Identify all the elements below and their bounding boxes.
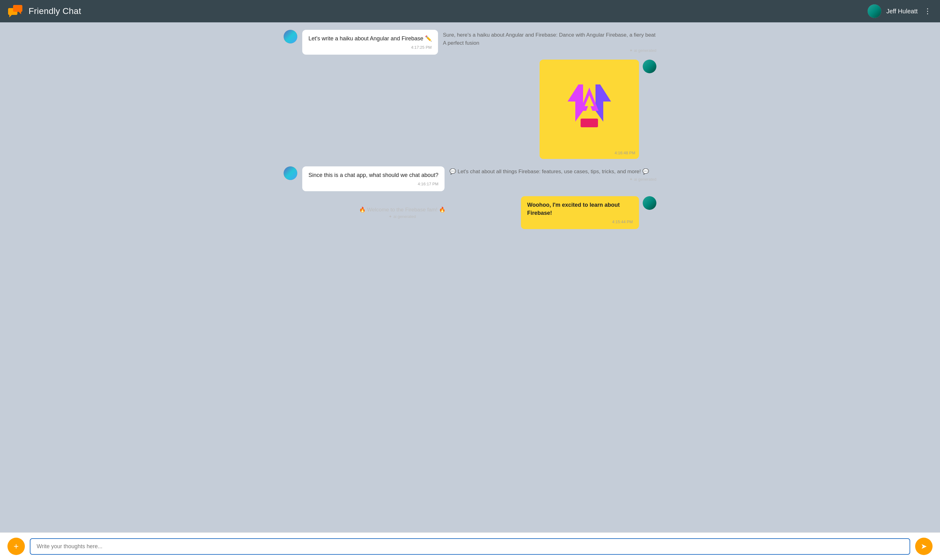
header-left: Friendly Chat <box>8 5 81 18</box>
ai-star-icon-1: ✦ <box>629 48 633 53</box>
add-attachment-button[interactable]: + <box>8 538 25 555</box>
ai-response-1: Sure, here's a haiku about Angular and F… <box>443 30 656 53</box>
message-group-3: Since this is a chat app, what should we… <box>284 166 656 191</box>
welcome-text: 🔥 Welcome to the Firebase fam! 🔥 ✦ ai ge… <box>359 206 445 219</box>
message-content-1: Let's write a haiku about Angular and Fi… <box>302 30 656 55</box>
ai-star-icon-3: ✦ <box>629 177 633 182</box>
bubble-time-1: 4:17:25 PM <box>308 45 432 50</box>
message-group-1: Let's write a haiku about Angular and Fi… <box>284 30 656 55</box>
svg-rect-2 <box>13 5 22 12</box>
svg-marker-1 <box>9 15 12 17</box>
svg-marker-3 <box>18 12 21 14</box>
user-avatar-4 <box>643 196 656 210</box>
ai-badge-1: ✦ ai generated <box>443 48 656 53</box>
header-username: Jeff Huleatt <box>886 8 918 15</box>
user-avatar-3 <box>284 166 297 180</box>
plus-icon: + <box>14 542 18 551</box>
app-title: Friendly Chat <box>29 6 81 16</box>
message-group-2: 4:16:48 PM <box>284 60 656 159</box>
user-bubble-3: Since this is a chat app, what should we… <box>302 166 445 191</box>
app-header: Friendly Chat Jeff Huleatt ⋮ <box>0 0 940 22</box>
message-content-3: Since this is a chat app, what should we… <box>302 166 656 191</box>
message-group-4: 🔥 Welcome to the Firebase fam! 🔥 ✦ ai ge… <box>284 196 656 229</box>
right-message-group-4: Woohoo, I'm excited to learn about Fireb… <box>521 196 656 229</box>
center-ai-message: 🔥 Welcome to the Firebase fam! 🔥 ✦ ai ge… <box>284 206 521 219</box>
bubble-text-4: Woohoo, I'm excited to learn about Fireb… <box>527 202 620 216</box>
ai-response-3: 💬 Let's chat about all things Firebase: … <box>450 166 656 182</box>
angular-logo-svg <box>558 78 620 140</box>
messages-container: Let's write a haiku about Angular and Fi… <box>284 30 656 232</box>
svg-marker-5 <box>595 85 611 122</box>
user-bubble-4: Woohoo, I'm excited to learn about Fireb… <box>521 196 639 229</box>
svg-marker-4 <box>567 85 583 122</box>
ai-badge-3: ✦ ai generated <box>450 177 656 182</box>
send-icon: ➤ <box>921 542 927 551</box>
welcome-ai-badge: ✦ ai generated <box>388 214 416 219</box>
bubble-time-3: 4:16:17 PM <box>308 182 438 186</box>
ai-text-3: 💬 Let's chat about all things Firebase: … <box>450 168 656 176</box>
image-bubble-2: 4:16:48 PM <box>539 60 639 159</box>
message-input[interactable] <box>30 538 910 555</box>
bubble-text-1: Let's write a haiku about Angular and Fi… <box>308 35 432 42</box>
header-right: Jeff Huleatt ⋮ <box>868 5 932 18</box>
more-options-icon[interactable]: ⋮ <box>923 6 932 17</box>
user-avatar-2 <box>643 60 656 73</box>
bubble-text-3: Since this is a chat app, what should we… <box>308 172 438 178</box>
ai-star-icon-4: ✦ <box>388 214 392 219</box>
app-logo <box>8 5 24 18</box>
user-avatar-header <box>868 5 881 18</box>
ai-text-1: Sure, here's a haiku about Angular and F… <box>443 31 656 47</box>
svg-rect-7 <box>581 118 598 127</box>
chat-area: Let's write a haiku about Angular and Fi… <box>0 22 940 532</box>
bubble-time-4: 4:15:44 PM <box>527 220 633 224</box>
user-bubble-1: Let's write a haiku about Angular and Fi… <box>302 30 438 55</box>
send-button[interactable]: ➤ <box>915 538 932 555</box>
chat-footer: + ➤ <box>0 532 940 560</box>
image-time-2: 4:16:48 PM <box>615 151 636 155</box>
user-avatar-1 <box>284 30 297 43</box>
